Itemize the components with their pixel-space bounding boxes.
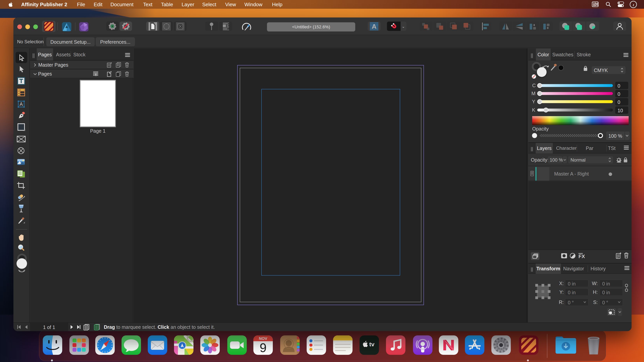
- svg-text:tv: tv: [369, 341, 374, 348]
- svg-text:9: 9: [260, 341, 266, 355]
- svg-text:NOV: NOV: [259, 336, 267, 341]
- svg-text:A: A: [20, 101, 23, 107]
- svg-text:A: A: [372, 23, 377, 30]
- svg-text:FX: FX: [578, 253, 585, 259]
